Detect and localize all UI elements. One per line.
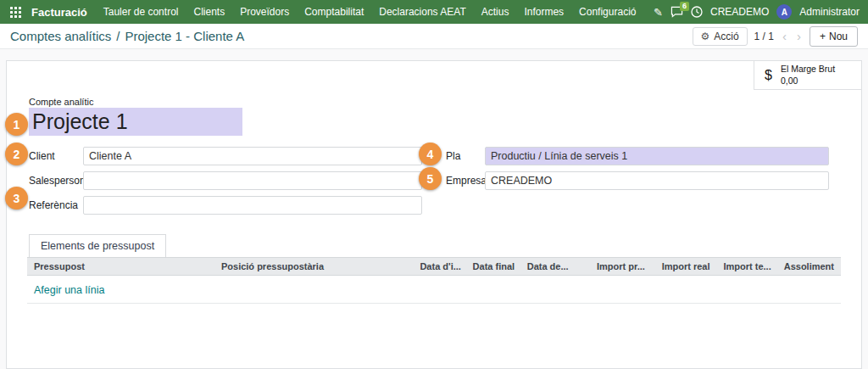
menu-clients[interactable]: Clients <box>186 0 232 24</box>
new-button[interactable]: + Nou <box>810 26 858 47</box>
stat-button-value: 0,00 <box>781 75 798 86</box>
client-field-label: Client <box>29 150 83 162</box>
annotation-badge-4: 4 <box>419 143 442 165</box>
topbar-right: ✎ 6 CREADEMO A Administrator <box>654 4 860 20</box>
left-field-column: Client Salesperson Referència <box>29 147 422 221</box>
plan-field-input[interactable] <box>485 147 829 165</box>
company-field-label: Empresa <box>446 175 485 187</box>
right-field-column: Pla Empresa <box>446 147 829 221</box>
breadcrumb-parent-link[interactable]: Comptes analítics <box>10 29 111 43</box>
breadcrumb-actions: ⚙ Acció 1 / 1 ‹ › + Nou <box>693 26 859 47</box>
menu-actius[interactable]: Actius <box>474 0 517 24</box>
edit-pencil-icon[interactable]: ✎ <box>654 7 663 18</box>
menu-declaracions-aeat[interactable]: Declaracions AEAT <box>371 0 474 24</box>
reference-field-label: Referència <box>29 199 83 211</box>
apps-menu-button[interactable] <box>8 7 26 18</box>
title-field-label: Compte analític <box>29 97 839 107</box>
user-menu[interactable]: Administrator <box>799 6 860 18</box>
column-header-data-de[interactable]: Data de... <box>520 258 584 275</box>
stat-button-label: El Marge Brut <box>781 64 835 74</box>
menu-tauler-de-control[interactable]: Tauler de control <box>96 0 186 24</box>
form-sheet: $ El Marge Brut 0,00 Compte analític Cli… <box>6 60 862 369</box>
column-header-pressupost[interactable]: Pressupost <box>27 258 214 275</box>
annotation-badge-5: 5 <box>419 167 442 190</box>
column-header-data-inici[interactable]: Data d'i... <box>413 258 465 275</box>
form-view: $ El Marge Brut 0,00 Compte analític Cli… <box>0 49 868 369</box>
column-header-import-previst[interactable]: Import pr... <box>583 258 651 275</box>
column-header-import-real[interactable]: Import real <box>652 258 717 275</box>
gear-icon: ⚙ <box>701 31 710 42</box>
reference-field-row: Referència <box>29 196 422 215</box>
budget-table-header: Pressupost Posició pressupostària Data d… <box>27 257 841 276</box>
salesperson-field-input[interactable] <box>83 171 422 190</box>
annotation-badge-1: 1 <box>5 113 28 136</box>
top-navbar: Facturació Tauler de control Clients Pro… <box>0 0 868 24</box>
plan-field-row: Pla <box>446 147 829 165</box>
company-field-row: Empresa <box>446 171 829 190</box>
message-count-badge: 6 <box>680 2 689 11</box>
main-menu: Tauler de control Clients Proveïdors Com… <box>96 0 644 24</box>
stat-button-row: $ El Marge Brut 0,00 <box>7 61 861 90</box>
tab-elements-de-pressupost[interactable]: Elements de pressupost <box>29 234 166 257</box>
column-header-data-final[interactable]: Data final <box>466 258 520 275</box>
control-panel: Comptes analítics / Projecte 1 - Cliente… <box>0 24 868 49</box>
breadcrumb-separator: / <box>116 29 120 43</box>
action-button-label: Acció <box>714 31 738 42</box>
user-avatar[interactable]: A <box>776 4 792 20</box>
action-button[interactable]: ⚙ Acció <box>693 27 748 46</box>
plan-field-label: Pla <box>446 150 485 162</box>
activities-clock-icon[interactable] <box>691 6 703 18</box>
gross-margin-stat-button[interactable]: $ El Marge Brut 0,00 <box>754 61 861 90</box>
breadcrumb-current: Projecte 1 - Cliente A <box>125 29 244 43</box>
app-name[interactable]: Facturació <box>26 6 96 19</box>
company-switcher[interactable]: CREADEMO <box>710 6 769 18</box>
dollar-icon: $ <box>765 68 772 83</box>
chevron-left-icon[interactable]: ‹ <box>781 30 788 42</box>
analytic-account-name-input[interactable] <box>29 108 242 136</box>
menu-proveidors[interactable]: Proveïdors <box>232 0 297 24</box>
new-button-label: Nou <box>829 31 848 42</box>
plus-icon: + <box>820 31 826 42</box>
chevron-right-icon[interactable]: › <box>795 30 803 42</box>
salesperson-field-label: Salesperson <box>29 175 83 187</box>
annotation-badge-3: 3 <box>5 187 28 210</box>
annotation-badge-2: 2 <box>5 143 28 165</box>
client-field-input[interactable] <box>83 147 422 165</box>
client-field-row: Client <box>29 147 422 165</box>
add-line-link[interactable]: Afegir una línia <box>34 284 104 296</box>
table-add-row: Afegir una línia <box>27 276 841 304</box>
apps-grid-icon <box>10 7 21 18</box>
clock-icon <box>691 6 703 18</box>
notebook: Elements de pressupost Pressupost Posici… <box>27 234 841 304</box>
menu-configuracio[interactable]: Configuració <box>571 0 643 24</box>
company-field-input[interactable] <box>485 171 829 190</box>
column-header-posicio-pressupostaria[interactable]: Posició pressupostària <box>214 258 413 275</box>
reference-field-input[interactable] <box>83 196 422 215</box>
column-header-assoliment[interactable]: Assoliment <box>775 258 841 275</box>
salesperson-field-row: Salesperson <box>29 171 422 190</box>
breadcrumb: Comptes analítics / Projecte 1 - Cliente… <box>10 29 244 43</box>
messages-icon[interactable]: 6 <box>670 6 683 18</box>
menu-informes[interactable]: Informes <box>516 0 571 24</box>
pager-value[interactable]: 1 / 1 <box>754 31 774 42</box>
column-header-import-teoric[interactable]: Import te... <box>717 258 776 275</box>
menu-comptabilitat[interactable]: Comptabilitat <box>297 0 371 24</box>
